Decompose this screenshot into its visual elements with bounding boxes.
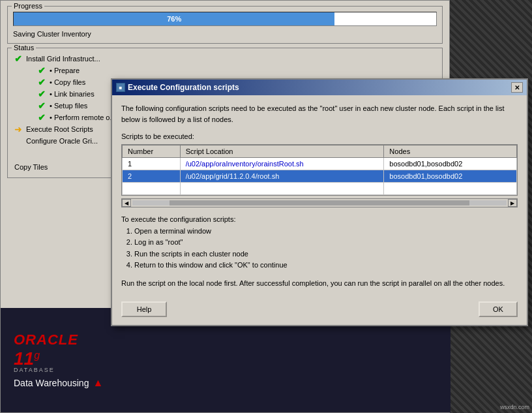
list-item: Open a terminal window [134,226,518,237]
check-icon: ✔ [37,100,47,111]
table-header-number: Number [123,145,181,158]
check-icon: ✔ [37,112,47,123]
dialog-title-left: ■ Execute Configuration scripts [116,83,239,92]
oracle-version-g: g [34,350,40,361]
copy-tiles-text: Copy Tiles [14,163,48,171]
empty-cell [180,183,384,195]
tagline-text: Data Warehousing [14,378,89,388]
dialog-buttons: Help OK [121,298,518,317]
list-item: Run the scripts in each cluster node [134,249,518,260]
status-item-text: • Perform remote o... [50,114,116,121]
status-item-text: Configure Oracle Gri... [26,137,98,145]
status-item-text: • Prepare [50,67,80,74]
table-header-location: Script Location [180,145,384,158]
status-item-text: Install Grid Infrastruct... [26,55,100,63]
dialog-close-button[interactable]: ✕ [511,82,523,93]
dialog-title-text: Execute Configuration scripts [128,83,239,92]
list-item: ✔ Install Grid Infrastruct... [13,54,437,64]
table-cell-number: 2 [123,170,181,183]
scroll-track[interactable] [132,200,507,206]
ok-button[interactable]: OK [479,301,518,317]
status-item-text: • Setup files [50,102,87,110]
check-icon: ✔ [13,54,23,64]
table-cell-nodes: bosodbd01,bosodbd02 [384,158,517,170]
table-cell-nodes: bosodbd01,bosodbd02 [384,170,517,183]
table-cell-location: /u02/app/oraInventory/orainstRoot.sh [180,158,384,170]
table-header-nodes: Nodes [384,145,517,158]
progress-section: Progress 76% Saving Cluster Inventory [7,6,443,44]
dialog-titlebar: ■ Execute Configuration scripts ✕ [112,80,527,95]
check-icon: ✔ [37,77,47,87]
table-row[interactable]: 2 /u02/app/grid/11.2.0.4/root.sh bosodbd… [123,170,517,183]
dialog-body: The following configuration scripts need… [112,95,527,325]
status-item-text: Execute Root Scripts [26,125,93,133]
scripts-label: Scripts to be executed: [121,132,518,140]
status-item-text: • Link binaries [50,90,95,98]
list-item: Log in as "root" [134,237,518,249]
run-script-note: Run the script on the local node first. … [121,278,518,289]
progress-label: Progress [12,2,44,10]
empty-cell [123,183,181,195]
instructions-list: Open a terminal window Log in as "root" … [134,226,518,271]
progress-bar-container: 76% [13,12,437,26]
dialog-description: The following configuration scripts need… [121,103,518,125]
instructions-intro: To execute the configuration scripts: [121,214,518,226]
check-icon: ✔ [37,65,47,76]
oracle-brand-name: ORACLE [14,331,78,348]
progress-status-text: Saving Cluster Inventory [13,30,437,38]
status-item-text: • Copy files [50,78,85,86]
oracle-tagline: Data Warehousing ▲ [14,377,103,389]
progress-percent-text: 76% [167,15,181,23]
table-row-empty [123,183,517,195]
list-item: ✔ • Prepare [13,65,437,76]
oracle-database-label: DATABASE [14,367,55,373]
arrow-icon: ➜ [13,124,23,134]
help-button[interactable]: Help [121,301,167,317]
empty-cell [384,183,517,195]
scripts-table-container: Number Script Location Nodes 1 /u02/app/… [121,144,518,196]
status-label: Status [12,44,36,52]
empty-icon [13,136,23,146]
dialog-icon-small: ■ [116,83,125,92]
horizontal-scrollbar[interactable]: ◀ ▶ [121,198,518,207]
progress-bar-fill: 76% [14,12,334,25]
oracle-logo: ORACLE 11 g DATABASE Data Warehousing ▲ [14,331,103,389]
list-item: Return to this window and click "OK" to … [134,260,518,271]
execute-config-dialog: ■ Execute Configuration scripts ✕ The fo… [111,78,528,326]
check-icon: ✔ [37,89,47,99]
scroll-left-button[interactable]: ◀ [122,199,131,207]
scroll-right-button[interactable]: ▶ [508,199,517,207]
scroll-thumb[interactable] [170,200,469,206]
instructions-section: To execute the configuration scripts: Op… [121,214,518,271]
table-cell-number: 1 [123,158,181,170]
scripts-table: Number Script Location Nodes 1 /u02/app/… [122,145,517,195]
watermark: wsxdn.com [500,404,529,410]
table-row[interactable]: 1 /u02/app/oraInventory/orainstRoot.sh b… [123,158,517,170]
table-cell-location: /u02/app/grid/11.2.0.4/root.sh [180,170,384,183]
triangle-icon: ▲ [93,377,103,389]
dialog-small-icon: ■ [119,85,123,91]
